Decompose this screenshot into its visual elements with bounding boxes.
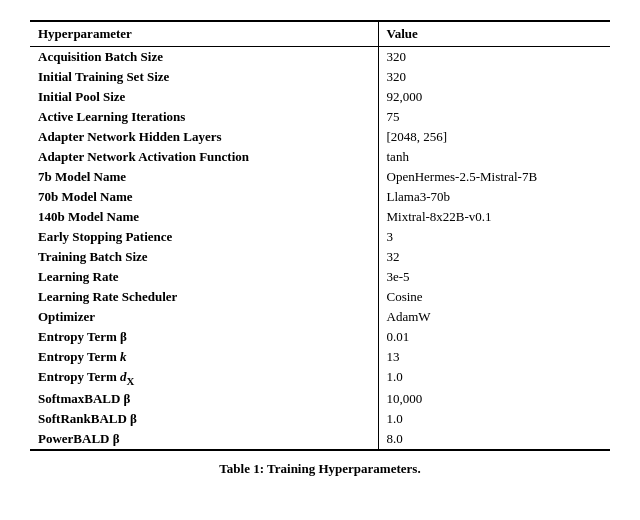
param-cell: Entropy Term k [30,347,378,367]
value-cell: OpenHermes-2.5-Mistral-7B [378,167,610,187]
value-cell: Llama3-70b [378,187,610,207]
param-cell: Learning Rate Scheduler [30,287,378,307]
value-cell: 8.0 [378,429,610,450]
caption-prefix: Table 1: [219,461,267,476]
value-cell: 3e-5 [378,267,610,287]
value-cell: 320 [378,67,610,87]
table-row: Acquisition Batch Size320 [30,47,610,68]
table-row: Adapter Network Activation Functiontanh [30,147,610,167]
param-cell: Entropy Term β [30,327,378,347]
value-cell: 10,000 [378,389,610,409]
param-cell: Adapter Network Activation Function [30,147,378,167]
col-header-param: Hyperparameter [30,21,378,47]
table-row: PowerBALD β8.0 [30,429,610,450]
table-row: 7b Model NameOpenHermes-2.5-Mistral-7B [30,167,610,187]
param-cell: Learning Rate [30,267,378,287]
table-row: 70b Model NameLlama3-70b [30,187,610,207]
param-cell: 7b Model Name [30,167,378,187]
param-cell: Entropy Term dX [30,367,378,389]
col-header-value: Value [378,21,610,47]
table-row: Learning Rate SchedulerCosine [30,287,610,307]
table-row: SoftRankBALD β1.0 [30,409,610,429]
caption-suffix: . [417,461,420,476]
value-cell: Mixtral-8x22B-v0.1 [378,207,610,227]
table-row: Initial Training Set Size320 [30,67,610,87]
value-cell: 1.0 [378,409,610,429]
table-caption: Table 1: Training Hyperparameters. [30,461,610,477]
table-row: Adapter Network Hidden Layers[2048, 256] [30,127,610,147]
value-cell: 320 [378,47,610,68]
table-row: 140b Model NameMixtral-8x22B-v0.1 [30,207,610,227]
param-cell: SoftRankBALD β [30,409,378,429]
param-cell: Early Stopping Patience [30,227,378,247]
param-cell: SoftmaxBALD β [30,389,378,409]
value-cell: AdamW [378,307,610,327]
param-cell: Adapter Network Hidden Layers [30,127,378,147]
table-row: Entropy Term dX1.0 [30,367,610,389]
value-cell: 75 [378,107,610,127]
value-cell: 32 [378,247,610,267]
param-cell: Initial Pool Size [30,87,378,107]
value-cell: 3 [378,227,610,247]
value-cell: 92,000 [378,87,610,107]
param-cell: PowerBALD β [30,429,378,450]
hyperparameters-table: Hyperparameter Value Acquisition Batch S… [30,20,610,451]
table-row: Learning Rate3e-5 [30,267,610,287]
table-row: SoftmaxBALD β10,000 [30,389,610,409]
param-cell: 70b Model Name [30,187,378,207]
table-row: Training Batch Size32 [30,247,610,267]
table-row: Early Stopping Patience3 [30,227,610,247]
table-row: Active Learning Iterations75 [30,107,610,127]
caption-bold-text: Training Hyperparameters [267,461,417,476]
table-row: OptimizerAdamW [30,307,610,327]
value-cell: 1.0 [378,367,610,389]
param-cell: 140b Model Name [30,207,378,227]
table-row: Initial Pool Size92,000 [30,87,610,107]
value-cell: 13 [378,347,610,367]
param-cell: Initial Training Set Size [30,67,378,87]
main-container: Hyperparameter Value Acquisition Batch S… [30,20,610,477]
param-cell: Optimizer [30,307,378,327]
param-cell: Acquisition Batch Size [30,47,378,68]
table-row: Entropy Term β0.01 [30,327,610,347]
param-cell: Training Batch Size [30,247,378,267]
param-cell: Active Learning Iterations [30,107,378,127]
table-row: Entropy Term k13 [30,347,610,367]
value-cell: tanh [378,147,610,167]
value-cell: [2048, 256] [378,127,610,147]
value-cell: Cosine [378,287,610,307]
value-cell: 0.01 [378,327,610,347]
